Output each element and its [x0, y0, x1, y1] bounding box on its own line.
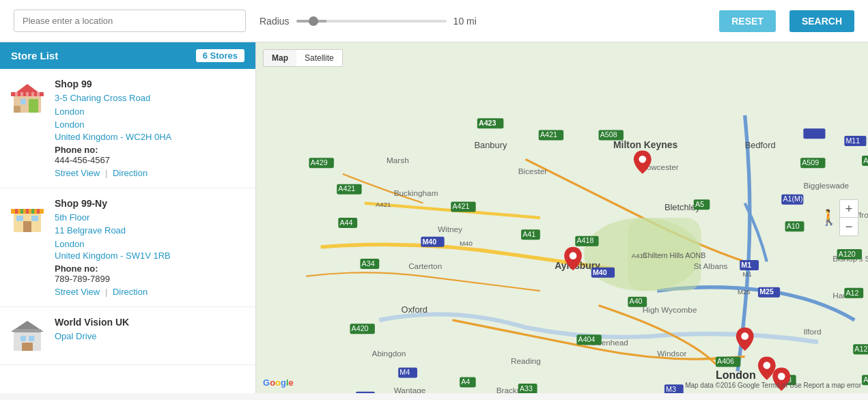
- svg-text:Windsor: Windsor: [657, 349, 686, 358]
- svg-text:M3: M3: [666, 385, 676, 393]
- svg-text:A406: A406: [717, 357, 734, 365]
- svg-text:A421: A421: [376, 201, 391, 208]
- location-search-input[interactable]: [14, 10, 246, 32]
- map-tabs: Map Satellite: [263, 49, 343, 67]
- svg-rect-25: [22, 343, 33, 351]
- svg-text:A34: A34: [362, 259, 375, 268]
- svg-text:Biggleswade: Biggleswade: [803, 181, 849, 190]
- street-view-link-1[interactable]: Street View: [55, 168, 100, 178]
- svg-text:Milton Keynes: Milton Keynes: [613, 139, 678, 150]
- svg-text:A1(M): A1(M): [783, 195, 802, 203]
- store-phone-1: 444-456-4567: [55, 155, 247, 165]
- store-address2-2: 11 Belgrave Road: [55, 224, 247, 238]
- svg-text:High Wycombe: High Wycombe: [643, 305, 697, 314]
- svg-text:Abingdon: Abingdon: [372, 349, 406, 358]
- store-address3-2: London: [55, 238, 247, 251]
- list-item: Shop 99-Ny 5th Floor 11 Belgrave Road Lo…: [0, 188, 255, 308]
- svg-text:St Albans: St Albans: [694, 261, 728, 270]
- store-icon-1: [8, 78, 46, 117]
- store-list-header: Store List 6 Stores: [0, 42, 255, 69]
- store-links-1: Street View | Direction: [55, 168, 247, 178]
- svg-rect-7: [20, 92, 23, 96]
- map-tab-satellite[interactable]: Satellite: [296, 50, 342, 66]
- store-address2-1: London: [55, 105, 247, 119]
- svg-rect-2: [20, 99, 26, 104]
- svg-text:A33: A33: [520, 384, 533, 392]
- store-count-badge: 6 Stores: [196, 49, 244, 62]
- svg-text:Marsh: Marsh: [387, 156, 409, 165]
- svg-rect-13: [15, 209, 18, 214]
- svg-point-136: [741, 332, 748, 340]
- svg-text:A40: A40: [630, 297, 643, 305]
- map-tab-map[interactable]: Map: [264, 50, 296, 66]
- direction-link-1[interactable]: Direction: [113, 168, 148, 178]
- svg-text:Bicester: Bicester: [518, 167, 548, 175]
- svg-text:A421: A421: [338, 184, 355, 192]
- store-name-2: Shop 99-Ny: [55, 198, 247, 209]
- svg-rect-19: [31, 216, 38, 221]
- radius-slider[interactable]: [296, 20, 447, 23]
- svg-text:M4: M4: [400, 368, 410, 376]
- map-zoom-controls: + −: [839, 199, 858, 236]
- svg-text:A423: A423: [479, 119, 496, 127]
- street-view-link-2[interactable]: Street View: [55, 287, 100, 297]
- svg-text:A2: A2: [863, 375, 868, 384]
- store-icon-2: [8, 198, 46, 236]
- svg-rect-10: [37, 92, 40, 96]
- search-button[interactable]: SEARCH: [789, 10, 854, 32]
- svg-text:A127: A127: [854, 345, 868, 353]
- svg-rect-16: [31, 209, 34, 214]
- store-phone-label-2: Phone no:: [55, 263, 247, 274]
- svg-text:A4: A4: [461, 377, 470, 386]
- svg-text:M40: M40: [422, 238, 436, 246]
- svg-text:Bedford: Bedford: [745, 140, 776, 150]
- map-footer: Map data ©2016 Google Terms of Use Repor…: [685, 382, 861, 389]
- google-logo: Google: [263, 377, 294, 388]
- svg-rect-18: [16, 216, 23, 221]
- store-list-title: Store List: [11, 50, 58, 61]
- link-separator-1: |: [105, 168, 107, 178]
- store-name-1: Shop 99: [55, 78, 247, 89]
- svg-text:Chiltern Hills AONB: Chiltern Hills AONB: [643, 251, 706, 259]
- svg-rect-23: [20, 336, 26, 341]
- zoom-out-button[interactable]: −: [840, 218, 858, 235]
- svg-rect-20: [23, 221, 31, 232]
- street-view-person-icon[interactable]: 🚶: [820, 209, 838, 227]
- svg-text:A421: A421: [452, 202, 469, 210]
- svg-rect-3: [29, 99, 38, 113]
- svg-point-134: [570, 252, 577, 259]
- svg-text:A429: A429: [311, 158, 328, 167]
- store-list-panel: Store List 6 Stores: [0, 42, 256, 393]
- svg-text:A508: A508: [600, 130, 617, 139]
- store-phone-2: 789-789-7899: [55, 274, 247, 284]
- svg-point-140: [778, 373, 785, 380]
- radius-value: 10 mi: [453, 16, 481, 27]
- store-address1-2: 5th Floor: [55, 211, 247, 225]
- store-address3-1: London: [55, 118, 247, 132]
- store-phone-label-1: Phone no:: [55, 145, 247, 155]
- radius-section: Radius 10 mi: [260, 16, 481, 27]
- store-links-2: Street View | Direction: [55, 287, 247, 297]
- svg-text:A44: A44: [339, 218, 352, 227]
- svg-text:M11: M11: [845, 137, 860, 145]
- svg-rect-130: [803, 128, 825, 139]
- svg-text:Buckingham: Buckingham: [394, 188, 438, 197]
- svg-rect-26: [14, 329, 41, 332]
- svg-point-138: [763, 362, 770, 369]
- svg-text:A404: A404: [578, 335, 596, 343]
- svg-text:M1: M1: [742, 270, 751, 278]
- store-country-1: United Kingdom - WC2H 0HA: [55, 132, 247, 142]
- svg-text:A11: A11: [863, 156, 868, 165]
- list-item: Shop 99 3-5 Charing Cross Road London Lo…: [0, 69, 255, 188]
- svg-rect-14: [20, 209, 23, 214]
- svg-text:Reading: Reading: [511, 356, 541, 365]
- svg-text:London: London: [716, 369, 756, 381]
- svg-text:M40: M40: [460, 240, 473, 247]
- svg-text:A12: A12: [845, 289, 858, 297]
- svg-text:M40: M40: [593, 268, 607, 276]
- svg-text:A5: A5: [695, 200, 704, 208]
- direction-link-2[interactable]: Direction: [113, 287, 148, 297]
- store-info-2: Shop 99-Ny 5th Floor 11 Belgrave Road Lo…: [55, 198, 247, 298]
- zoom-in-button[interactable]: +: [840, 200, 858, 218]
- reset-button[interactable]: RESET: [719, 10, 776, 32]
